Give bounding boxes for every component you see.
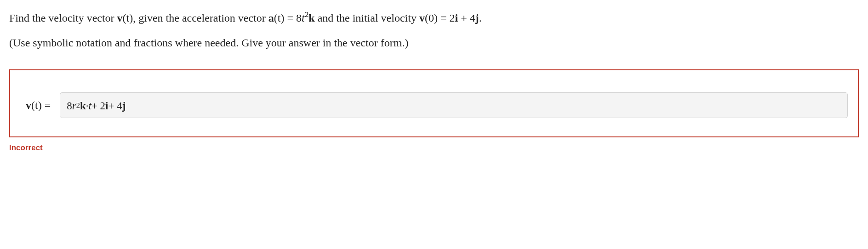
- txt: 8: [67, 98, 72, 114]
- txt: and the initial velocity: [315, 12, 419, 24]
- vector-v: v: [26, 99, 31, 111]
- txt: = 8: [284, 12, 302, 24]
- feedback-label: Incorrect: [9, 142, 859, 154]
- arg: (0): [425, 12, 438, 24]
- txt: , given the acceleration vector: [133, 12, 268, 24]
- hint-text: (Use symbolic notation and fractions whe…: [9, 34, 859, 51]
- unit-j: j: [122, 98, 126, 114]
- arg: (t): [123, 12, 133, 24]
- txt: + 4: [458, 12, 475, 24]
- exp-2: 2: [76, 100, 80, 112]
- txt: Find the velocity vector: [9, 12, 117, 24]
- var-t: t: [302, 12, 305, 24]
- eq: =: [42, 99, 51, 111]
- arg: (t): [31, 99, 42, 111]
- exp-2: 2: [305, 10, 309, 19]
- answer-input[interactable]: 8r2k · t + 2i + 4j: [60, 92, 848, 118]
- vector-v: v: [117, 12, 123, 24]
- answer-container: v(t) = 8r2k · t + 2i + 4j: [9, 69, 859, 137]
- unit-k: k: [80, 98, 86, 114]
- txt: = 2: [438, 12, 455, 24]
- answer-row: v(t) = 8r2k · t + 2i + 4j: [26, 92, 848, 118]
- txt: .: [479, 12, 482, 24]
- answer-lhs: v(t) =: [26, 97, 51, 113]
- unit-j: j: [475, 12, 479, 24]
- txt: + 4: [108, 98, 122, 114]
- vector-v0: v: [419, 12, 425, 24]
- txt: + 2: [91, 98, 105, 114]
- unit-k: k: [308, 12, 314, 24]
- var-r: r: [72, 98, 76, 114]
- problem-statement: Find the velocity vector v(t), given the…: [9, 9, 859, 26]
- vector-a: a: [268, 12, 274, 24]
- arg: (t): [274, 12, 285, 24]
